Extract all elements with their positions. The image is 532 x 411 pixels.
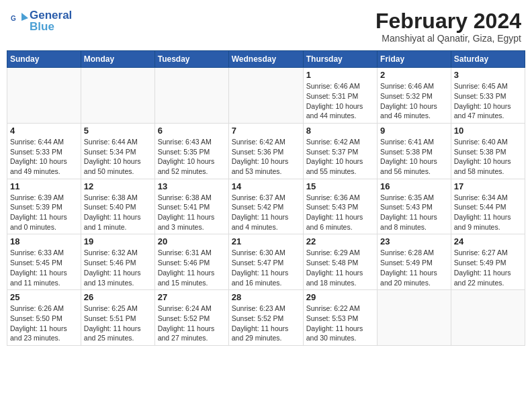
location-subtitle: Manshiyat al Qanatir, Giza, Egypt <box>375 33 521 44</box>
calendar-cell: 2Sunrise: 6:46 AMSunset: 5:32 PMDaylight… <box>378 68 451 124</box>
title-block: February 2024 Manshiyat al Qanatir, Giza… <box>375 9 521 44</box>
day-of-week-header: Friday <box>378 51 451 68</box>
calendar-header-row: SundayMondayTuesdayWednesdayThursdayFrid… <box>7 51 525 68</box>
day-number: 12 <box>84 181 152 191</box>
day-info: Sunrise: 6:23 AMSunset: 5:52 PMDaylight:… <box>232 304 300 343</box>
calendar-cell: 12Sunrise: 6:38 AMSunset: 5:40 PMDayligh… <box>81 179 154 234</box>
day-number: 17 <box>454 181 522 191</box>
calendar-cell: 13Sunrise: 6:38 AMSunset: 5:41 PMDayligh… <box>154 179 228 234</box>
day-number: 11 <box>10 181 78 191</box>
calendar-cell: 22Sunrise: 6:29 AMSunset: 5:48 PMDayligh… <box>303 234 377 290</box>
day-info: Sunrise: 6:30 AMSunset: 5:47 PMDaylight:… <box>232 248 300 287</box>
day-info: Sunrise: 6:27 AMSunset: 5:49 PMDaylight:… <box>454 248 522 287</box>
calendar-cell <box>7 68 81 124</box>
calendar-cell: 25Sunrise: 6:26 AMSunset: 5:50 PMDayligh… <box>7 290 81 346</box>
day-of-week-header: Wednesday <box>228 51 303 68</box>
calendar-cell: 14Sunrise: 6:37 AMSunset: 5:42 PMDayligh… <box>228 179 303 234</box>
calendar-week-row: 4Sunrise: 6:44 AMSunset: 5:33 PMDaylight… <box>7 123 525 179</box>
calendar-cell: 11Sunrise: 6:39 AMSunset: 5:39 PMDayligh… <box>7 179 81 234</box>
calendar-cell: 1Sunrise: 6:46 AMSunset: 5:31 PMDaylight… <box>303 68 377 124</box>
day-info: Sunrise: 6:38 AMSunset: 5:40 PMDaylight:… <box>84 193 152 232</box>
calendar-table: SundayMondayTuesdayWednesdayThursdayFrid… <box>7 50 525 346</box>
day-info: Sunrise: 6:42 AMSunset: 5:36 PMDaylight:… <box>232 137 300 177</box>
day-info: Sunrise: 6:44 AMSunset: 5:33 PMDaylight:… <box>10 137 78 177</box>
day-of-week-header: Tuesday <box>154 51 228 68</box>
calendar-cell: 23Sunrise: 6:28 AMSunset: 5:49 PMDayligh… <box>378 234 451 290</box>
day-info: Sunrise: 6:41 AMSunset: 5:38 PMDaylight:… <box>380 137 448 177</box>
calendar-cell: 5Sunrise: 6:44 AMSunset: 5:34 PMDaylight… <box>81 123 154 179</box>
day-number: 15 <box>306 181 374 191</box>
calendar-cell: 3Sunrise: 6:45 AMSunset: 5:33 PMDaylight… <box>451 68 525 124</box>
day-number: 19 <box>84 236 152 246</box>
day-info: Sunrise: 6:25 AMSunset: 5:51 PMDaylight:… <box>84 304 152 343</box>
calendar-cell <box>81 68 154 124</box>
day-info: Sunrise: 6:46 AMSunset: 5:31 PMDaylight:… <box>306 81 374 121</box>
day-info: Sunrise: 6:32 AMSunset: 5:46 PMDaylight:… <box>84 248 152 287</box>
page-header: G General Blue February 2024 Manshiyat a… <box>7 7 525 46</box>
calendar-cell: 27Sunrise: 6:24 AMSunset: 5:52 PMDayligh… <box>154 290 228 346</box>
day-number: 21 <box>232 236 300 246</box>
calendar-cell: 20Sunrise: 6:31 AMSunset: 5:46 PMDayligh… <box>154 234 228 290</box>
calendar-cell <box>154 68 228 124</box>
day-info: Sunrise: 6:22 AMSunset: 5:53 PMDaylight:… <box>306 304 374 343</box>
day-info: Sunrise: 6:31 AMSunset: 5:46 PMDaylight:… <box>158 248 226 287</box>
calendar-cell: 16Sunrise: 6:35 AMSunset: 5:43 PMDayligh… <box>378 179 451 234</box>
calendar-cell: 17Sunrise: 6:34 AMSunset: 5:44 PMDayligh… <box>451 179 525 234</box>
day-number: 10 <box>454 126 522 136</box>
day-info: Sunrise: 6:44 AMSunset: 5:34 PMDaylight:… <box>84 137 152 177</box>
day-info: Sunrise: 6:26 AMSunset: 5:50 PMDaylight:… <box>10 304 78 343</box>
calendar-cell: 29Sunrise: 6:22 AMSunset: 5:53 PMDayligh… <box>303 290 377 346</box>
day-number: 24 <box>454 236 522 246</box>
day-info: Sunrise: 6:43 AMSunset: 5:35 PMDaylight:… <box>158 137 226 177</box>
calendar-cell: 24Sunrise: 6:27 AMSunset: 5:49 PMDayligh… <box>451 234 525 290</box>
calendar-week-row: 18Sunrise: 6:33 AMSunset: 5:45 PMDayligh… <box>7 234 525 290</box>
day-number: 20 <box>158 236 226 246</box>
day-info: Sunrise: 6:42 AMSunset: 5:37 PMDaylight:… <box>306 137 374 177</box>
day-number: 27 <box>158 292 226 302</box>
day-info: Sunrise: 6:35 AMSunset: 5:43 PMDaylight:… <box>380 193 448 232</box>
day-info: Sunrise: 6:40 AMSunset: 5:38 PMDaylight:… <box>454 137 522 177</box>
calendar-cell: 4Sunrise: 6:44 AMSunset: 5:33 PMDaylight… <box>7 123 81 179</box>
day-info: Sunrise: 6:45 AMSunset: 5:33 PMDaylight:… <box>454 81 522 121</box>
day-number: 14 <box>232 181 300 191</box>
day-number: 5 <box>84 126 152 136</box>
calendar-cell: 21Sunrise: 6:30 AMSunset: 5:47 PMDayligh… <box>228 234 303 290</box>
day-number: 8 <box>306 126 374 136</box>
day-number: 7 <box>232 126 300 136</box>
day-number: 6 <box>158 126 226 136</box>
svg-text:G: G <box>11 15 16 22</box>
day-info: Sunrise: 6:36 AMSunset: 5:43 PMDaylight:… <box>306 193 374 232</box>
day-number: 25 <box>10 292 78 302</box>
day-number: 16 <box>380 181 448 191</box>
day-number: 4 <box>10 126 78 136</box>
calendar-cell: 19Sunrise: 6:32 AMSunset: 5:46 PMDayligh… <box>81 234 154 290</box>
month-title: February 2024 <box>375 9 521 33</box>
day-number: 22 <box>306 236 374 246</box>
calendar-week-row: 11Sunrise: 6:39 AMSunset: 5:39 PMDayligh… <box>7 179 525 234</box>
calendar-cell: 15Sunrise: 6:36 AMSunset: 5:43 PMDayligh… <box>303 179 377 234</box>
day-info: Sunrise: 6:38 AMSunset: 5:41 PMDaylight:… <box>158 193 226 232</box>
day-info: Sunrise: 6:28 AMSunset: 5:49 PMDaylight:… <box>380 248 448 287</box>
svg-marker-1 <box>21 13 28 21</box>
calendar-cell: 6Sunrise: 6:43 AMSunset: 5:35 PMDaylight… <box>154 123 228 179</box>
calendar-cell: 26Sunrise: 6:25 AMSunset: 5:51 PMDayligh… <box>81 290 154 346</box>
day-number: 23 <box>380 236 448 246</box>
day-of-week-header: Saturday <box>451 51 525 68</box>
calendar-cell: 9Sunrise: 6:41 AMSunset: 5:38 PMDaylight… <box>378 123 451 179</box>
day-info: Sunrise: 6:34 AMSunset: 5:44 PMDaylight:… <box>454 193 522 232</box>
calendar-cell: 18Sunrise: 6:33 AMSunset: 5:45 PMDayligh… <box>7 234 81 290</box>
day-number: 13 <box>158 181 226 191</box>
calendar-week-row: 25Sunrise: 6:26 AMSunset: 5:50 PMDayligh… <box>7 290 525 346</box>
calendar-week-row: 1Sunrise: 6:46 AMSunset: 5:31 PMDaylight… <box>7 68 525 124</box>
day-number: 29 <box>306 292 374 302</box>
calendar-cell: 10Sunrise: 6:40 AMSunset: 5:38 PMDayligh… <box>451 123 525 179</box>
calendar-cell <box>451 290 525 346</box>
day-number: 3 <box>454 70 522 80</box>
day-number: 18 <box>10 236 78 246</box>
day-number: 9 <box>380 126 448 136</box>
day-number: 2 <box>380 70 448 80</box>
calendar-cell: 8Sunrise: 6:42 AMSunset: 5:37 PMDaylight… <box>303 123 377 179</box>
day-number: 26 <box>84 292 152 302</box>
day-info: Sunrise: 6:46 AMSunset: 5:32 PMDaylight:… <box>380 81 448 121</box>
calendar-cell: 28Sunrise: 6:23 AMSunset: 5:52 PMDayligh… <box>228 290 303 346</box>
